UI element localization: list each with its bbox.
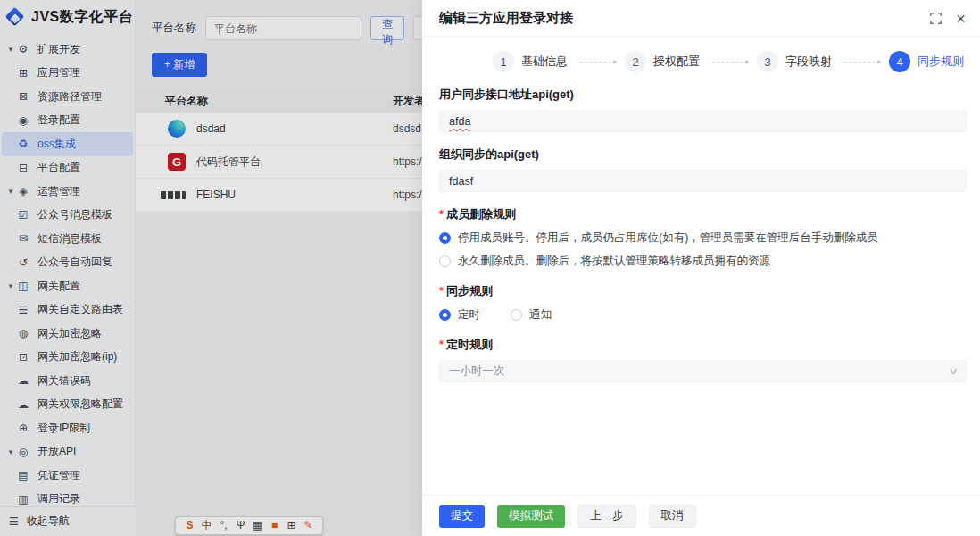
collapse-nav-button[interactable]: ☰ 收起导航	[0, 506, 136, 536]
sidebar-item-icon: ✉	[16, 232, 30, 245]
radio-icon[interactable]	[511, 309, 522, 321]
step-item[interactable]: 4 同步规则	[889, 51, 964, 72]
sidebar-item-icon: ◎	[16, 446, 30, 458]
jvs-logo-icon	[5, 7, 25, 27]
table-row[interactable]: dsdad dsdsd	[136, 113, 422, 146]
step-arrow-icon	[844, 62, 880, 63]
required-asterisk: *	[439, 207, 444, 221]
col-developer: 开发者	[393, 94, 422, 109]
table-row[interactable]: FEISHU https://open.feishu	[136, 179, 422, 212]
timing-rule-select[interactable]: 一小时一次 ∨	[439, 360, 967, 382]
sidebar-item-icon: ⚙	[16, 43, 30, 55]
table-header: 平台名称 开发者	[136, 89, 422, 113]
platform-table: 平台名称 开发者 dsdad dsdsd	[136, 89, 422, 212]
sidebar-item[interactable]: ▾ ◫ 网关配置	[2, 274, 133, 298]
steps-bar: 1 基础信息 2 授权配置 3 字段映射 4 同步规则	[439, 51, 967, 72]
radio-icon[interactable]	[439, 309, 451, 321]
chevron-down-icon: ▾	[5, 281, 16, 290]
member-delete-rule-label: *成员删除规则	[439, 206, 967, 222]
collapse-nav-icon: ☰	[9, 515, 19, 528]
radio-option-label: 永久删除成员。删除后，将按默认管理策略转移成员拥有的资源	[458, 254, 770, 269]
step-number: 4	[889, 51, 910, 72]
sidebar-item[interactable]: ▾ ▤ 凭证管理	[2, 464, 133, 488]
sidebar-item[interactable]: ▾ ◈ 运营管理	[2, 180, 133, 204]
org-api-input[interactable]: fdasf	[439, 170, 967, 192]
sidebar-item[interactable]: ▾ ◉ 登录配置	[2, 109, 133, 133]
add-button[interactable]: + 新增	[152, 53, 207, 77]
col-platform-name: 平台名称	[136, 94, 393, 109]
sidebar-item[interactable]: ▾ ☰ 网关自定义路由表	[2, 298, 133, 322]
sidebar-item-label: 网关自定义路由表	[37, 302, 123, 317]
reset-button[interactable]: 重置	[413, 16, 422, 40]
ime-toolbar-icon[interactable]: S	[181, 517, 198, 534]
org-api-value: fdasf	[449, 175, 473, 188]
step-arrow-icon	[580, 62, 616, 63]
sidebar-item[interactable]: ▾ ↺ 公众号自动回复	[2, 251, 133, 275]
step-number: 2	[625, 51, 646, 72]
sidebar-item[interactable]: ▾ ☁ 网关错误码	[2, 369, 133, 393]
sidebar-item-label: 登录IP限制	[37, 421, 90, 436]
sidebar-item-icon: ◍	[16, 327, 30, 339]
close-icon[interactable]: ×	[956, 10, 966, 27]
developer-cell: https://open.feishu	[393, 188, 422, 201]
org-api-label: 组织同步的api(get)	[439, 147, 967, 163]
sidebar-item-label: 网关加密忽略(ip)	[37, 349, 117, 364]
radio-option[interactable]: 定时	[439, 307, 480, 322]
sidebar-item[interactable]: ▾ ☁ 网关权限忽略配置	[2, 393, 133, 417]
sidebar-item[interactable]: ▾ ◎ 开放API	[2, 440, 133, 465]
sidebar-item-label: 网关配置	[37, 279, 80, 294]
drawer-header: 编辑三方应用登录对接 ×	[422, 0, 980, 37]
fullscreen-icon[interactable]	[930, 13, 942, 24]
sidebar-item[interactable]: ▾ ☑ 公众号消息模板	[2, 204, 133, 228]
sidebar-item[interactable]: ▾ ⊕ 登录IP限制	[2, 416, 133, 440]
radio-option[interactable]: 停用成员账号。停用后，成员仍占用席位(如有)，管理员需要在管理后台手动删除成员	[439, 230, 967, 246]
sidebar-item[interactable]: ▾ ⊡ 网关加密忽略(ip)	[2, 346, 133, 370]
radio-option[interactable]: 永久删除成员。删除后，将按默认管理策略转移成员拥有的资源	[439, 254, 967, 269]
sidebar-item-icon: ♻	[16, 138, 30, 150]
submit-button[interactable]: 提交	[439, 505, 485, 528]
sidebar-item-icon: ☁	[16, 398, 30, 411]
step-item[interactable]: 1 基础信息	[493, 51, 568, 72]
radio-icon[interactable]	[439, 255, 451, 267]
sidebar-item[interactable]: ▾ ✉ 短信消息模板	[2, 227, 133, 251]
radio-option[interactable]: 通知	[511, 307, 552, 322]
ime-toolbar-icon[interactable]: 中	[198, 517, 215, 534]
step-item[interactable]: 3 字段映射	[757, 51, 832, 72]
sidebar-item-icon: ▥	[16, 493, 30, 506]
sidebar-item-label: 网关错误码	[37, 373, 91, 389]
chevron-down-icon: ▾	[5, 448, 16, 456]
sidebar-item[interactable]: ▾ ⚙ 扩展开发	[2, 38, 133, 62]
chevron-down-icon: ▾	[5, 187, 16, 196]
sidebar-item[interactable]: ▾ ◍ 网关加密忽略	[2, 322, 133, 346]
search-button[interactable]: 查询	[370, 16, 404, 40]
sidebar-item-label: 短信消息模板	[37, 231, 102, 247]
previous-step-button[interactable]: 上一步	[577, 505, 636, 528]
ime-toolbar-icon[interactable]: ■	[266, 517, 283, 534]
user-api-input[interactable]: afda	[439, 110, 967, 132]
ime-toolbar-icon[interactable]: ▦	[249, 517, 266, 534]
app-title: JVS数字化平台	[31, 8, 133, 27]
ime-toolbar-icon[interactable]: Ψ	[232, 517, 249, 534]
timing-rule-value: 一小时一次	[449, 364, 505, 379]
app-logo-row: JVS数字化平台	[0, 0, 135, 36]
simulate-test-button[interactable]: 模拟测试	[497, 505, 565, 528]
sync-rule-options: 定时 通知	[439, 307, 967, 322]
sidebar-item[interactable]: ▾ ⊠ 资源路径管理	[2, 85, 133, 109]
sidebar-item-icon: ▤	[16, 469, 30, 482]
sidebar-item[interactable]: ▾ ♻ oss集成	[2, 132, 133, 156]
cancel-button[interactable]: 取消	[649, 505, 696, 528]
radio-icon[interactable]	[439, 232, 451, 244]
ime-toolbar-icon[interactable]: ⊞	[283, 517, 300, 534]
table-row[interactable]: 代码托管平台 https://gitee.com	[136, 146, 422, 179]
sidebar-item[interactable]: ▾ ⊞ 应用管理	[2, 62, 133, 86]
timing-rule-label: *定时规则	[439, 337, 967, 353]
sidebar-item-label: 调用记录	[37, 491, 80, 507]
sync-rule-label: *同步规则	[439, 283, 967, 299]
sidebar-item-icon: ⊕	[16, 422, 30, 434]
step-item[interactable]: 2 授权配置	[625, 51, 700, 72]
ime-toolbar-icon[interactable]: ✎	[300, 517, 317, 534]
platform-name-input[interactable]	[205, 16, 361, 40]
ime-toolbar-icon[interactable]: °,	[215, 517, 232, 534]
sidebar-item-label: 扩展开发	[37, 42, 80, 57]
sidebar-item[interactable]: ▾ ⊟ 平台配置	[2, 156, 133, 180]
